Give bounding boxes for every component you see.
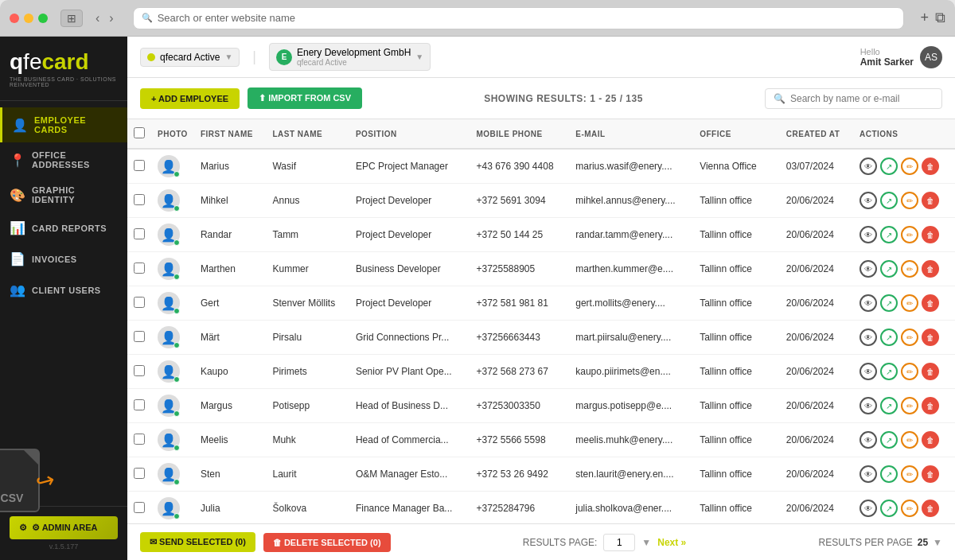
duplicate-button[interactable]: ⧉ bbox=[935, 10, 945, 26]
edit-button[interactable]: ✏ bbox=[901, 226, 918, 243]
admin-label: ⚙ ADMIN AREA bbox=[32, 523, 98, 533]
edit-button[interactable]: ✏ bbox=[901, 329, 918, 346]
import-csv-label: ⬆ IMPORT FROM CSV bbox=[259, 93, 351, 103]
edit-button[interactable]: ✏ bbox=[901, 158, 918, 175]
view-button[interactable]: 👁 bbox=[860, 363, 877, 380]
delete-button[interactable]: 🗑 bbox=[922, 226, 939, 243]
window-actions: + ⧉ bbox=[920, 10, 945, 26]
add-employee-button[interactable]: + ADD EMPLOYEE bbox=[140, 88, 240, 109]
delete-button[interactable]: 🗑 bbox=[922, 260, 939, 278]
edit-button[interactable]: ✏ bbox=[901, 294, 918, 312]
edit-button[interactable]: ✏ bbox=[901, 500, 918, 517]
edit-button[interactable]: ✏ bbox=[901, 431, 918, 449]
delete-button[interactable]: 🗑 bbox=[922, 363, 939, 380]
share-button[interactable]: ↗ bbox=[880, 397, 898, 414]
row-checkbox[interactable] bbox=[134, 365, 145, 376]
view-button[interactable]: 👁 bbox=[860, 465, 877, 483]
new-tab-button[interactable]: + bbox=[920, 10, 929, 26]
row-checkbox[interactable] bbox=[134, 297, 145, 308]
row-checkbox[interactable] bbox=[134, 160, 145, 171]
delete-button[interactable]: 🗑 bbox=[922, 158, 939, 175]
share-button[interactable]: ↗ bbox=[880, 294, 898, 312]
page-input[interactable] bbox=[603, 534, 635, 551]
forward-button[interactable]: › bbox=[106, 11, 116, 25]
edit-button[interactable]: ✏ bbox=[901, 260, 918, 278]
view-button[interactable]: 👁 bbox=[860, 226, 877, 243]
sidebar-item-label: EMPLOYEE CARDS bbox=[34, 115, 118, 134]
view-button[interactable]: 👁 bbox=[860, 260, 877, 278]
delete-button[interactable]: 🗑 bbox=[922, 329, 939, 346]
minimize-button[interactable] bbox=[24, 14, 33, 23]
address-bar[interactable]: 🔍 Search or enter website name bbox=[133, 7, 905, 29]
employee-table: PHOTO FIRST NAME LAST NAME POSITION MOBI… bbox=[127, 119, 955, 523]
share-button[interactable]: ↗ bbox=[880, 226, 898, 243]
delete-selected-button[interactable]: 🗑 DELETE SELECTED (0) bbox=[263, 533, 391, 552]
view-button[interactable]: 👁 bbox=[860, 294, 877, 312]
share-button[interactable]: ↗ bbox=[880, 363, 898, 380]
row-created: 20/06/2024 bbox=[780, 423, 853, 457]
edit-button[interactable]: ✏ bbox=[901, 465, 918, 483]
status-dot bbox=[173, 513, 180, 519]
row-position: Business Developer bbox=[349, 252, 470, 286]
row-checkbox[interactable] bbox=[134, 468, 145, 479]
row-checkbox[interactable] bbox=[134, 228, 145, 239]
import-csv-button[interactable]: ⬆ IMPORT FROM CSV bbox=[248, 88, 362, 109]
share-button[interactable]: ↗ bbox=[880, 192, 898, 209]
row-checkbox[interactable] bbox=[134, 194, 145, 205]
row-phone: +372 581 981 81 bbox=[470, 286, 569, 321]
company-selector[interactable]: E Enery Development GmbH qfecard Active … bbox=[269, 43, 431, 71]
edit-button[interactable]: ✏ bbox=[901, 363, 918, 380]
share-button[interactable]: ↗ bbox=[880, 260, 898, 278]
graphic-identity-icon: 🎨 bbox=[10, 188, 25, 203]
row-checkbox[interactable] bbox=[134, 331, 145, 342]
search-input[interactable] bbox=[790, 93, 934, 104]
row-created: 20/06/2024 bbox=[780, 252, 853, 286]
org-selector[interactable]: qfecard Active ▼ bbox=[140, 48, 240, 67]
sidebar-item-office-addresses[interactable]: 📍 OFFICE ADDRESSES bbox=[0, 142, 127, 177]
back-button[interactable]: ‹ bbox=[92, 11, 103, 25]
row-checkbox[interactable] bbox=[134, 399, 145, 410]
col-email: E-MAIL bbox=[569, 119, 693, 149]
sidebar-item-card-reports[interactable]: 📊 CARD REPORTS bbox=[0, 212, 127, 243]
share-button[interactable]: ↗ bbox=[880, 465, 898, 483]
view-button[interactable]: 👁 bbox=[860, 329, 877, 346]
delete-button[interactable]: 🗑 bbox=[922, 500, 939, 517]
row-checkbox[interactable] bbox=[134, 262, 145, 274]
close-button[interactable] bbox=[10, 14, 19, 23]
avatar: 👤 bbox=[158, 360, 180, 383]
share-button[interactable]: ↗ bbox=[880, 158, 898, 175]
fullscreen-button[interactable] bbox=[38, 14, 48, 23]
action-buttons: 👁 ↗ ✏ 🗑 bbox=[860, 397, 949, 414]
select-all-checkbox[interactable] bbox=[134, 127, 145, 138]
share-button[interactable]: ↗ bbox=[880, 329, 898, 346]
sidebar-item-invoices[interactable]: 📄 INVOICES bbox=[0, 243, 127, 274]
edit-button[interactable]: ✏ bbox=[901, 192, 918, 209]
main-content: qfecard Active ▼ | E Enery Development G… bbox=[127, 37, 955, 560]
share-button[interactable]: ↗ bbox=[880, 500, 898, 517]
sidebar-item-employee-cards[interactable]: 👤 EMPLOYEE CARDS bbox=[0, 107, 127, 142]
share-button[interactable]: ↗ bbox=[880, 431, 898, 449]
next-page-link[interactable]: Next » bbox=[657, 537, 686, 548]
edit-button[interactable]: ✏ bbox=[901, 397, 918, 414]
row-checkbox-cell bbox=[127, 355, 151, 389]
delete-button[interactable]: 🗑 bbox=[922, 431, 939, 449]
row-checkbox[interactable] bbox=[134, 434, 145, 445]
view-button[interactable]: 👁 bbox=[860, 500, 877, 517]
sidebar-item-graphic-identity[interactable]: 🎨 GRAPHIC IDENTITY bbox=[0, 177, 127, 212]
view-button[interactable]: 👁 bbox=[860, 431, 877, 449]
col-lastname: LAST NAME bbox=[266, 119, 349, 149]
view-button[interactable]: 👁 bbox=[860, 192, 877, 209]
sidebar-toggle-button[interactable]: ⊞ bbox=[60, 10, 83, 27]
table-row: 👤 Meelis Muhk Head of Commercia... +372 … bbox=[127, 423, 955, 457]
row-checkbox[interactable] bbox=[134, 502, 145, 513]
row-checkbox-cell bbox=[127, 252, 151, 286]
delete-button[interactable]: 🗑 bbox=[922, 465, 939, 483]
delete-button[interactable]: 🗑 bbox=[922, 294, 939, 312]
view-button[interactable]: 👁 bbox=[860, 397, 877, 414]
sidebar-item-client-users[interactable]: 👥 CLIENT USERS bbox=[0, 274, 127, 305]
admin-area-button[interactable]: ⚙ ⚙ ADMIN AREA bbox=[10, 516, 118, 539]
view-button[interactable]: 👁 bbox=[860, 158, 877, 175]
send-selected-button[interactable]: ✉ SEND SELECTED (0) bbox=[140, 532, 255, 552]
delete-button[interactable]: 🗑 bbox=[922, 192, 939, 209]
delete-button[interactable]: 🗑 bbox=[922, 397, 939, 414]
